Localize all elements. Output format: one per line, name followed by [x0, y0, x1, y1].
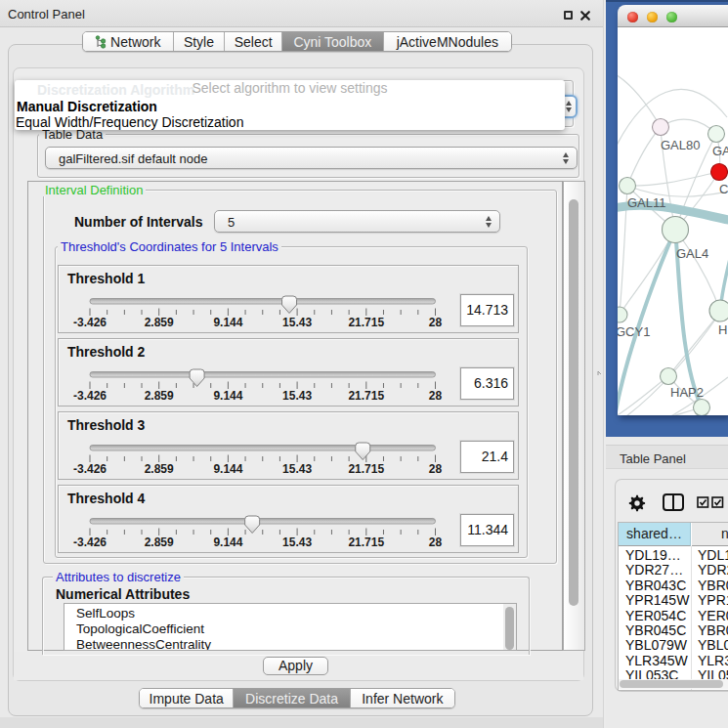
svg-text:GCY1: GCY1 [618, 324, 650, 339]
svg-text:HAP2: HAP2 [670, 385, 704, 400]
svg-text:GAL11: GAL11 [627, 195, 666, 210]
svg-text:H: H [718, 322, 727, 337]
svg-text:GAL80: GAL80 [661, 138, 700, 152]
svg-text:C: C [719, 182, 728, 196]
svg-text:GAL4: GAL4 [676, 246, 708, 261]
svg-text:GA: GA [712, 144, 728, 158]
